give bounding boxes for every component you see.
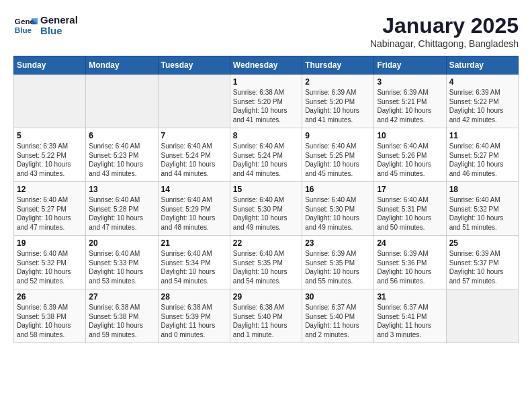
calendar-cell: 14Sunrise: 6:40 AM Sunset: 5:29 PM Dayli… — [158, 182, 230, 236]
calendar-week-2: 5Sunrise: 6:39 AM Sunset: 5:22 PM Daylig… — [14, 128, 519, 182]
calendar-cell: 11Sunrise: 6:40 AM Sunset: 5:27 PM Dayli… — [446, 128, 518, 182]
calendar-cell: 16Sunrise: 6:40 AM Sunset: 5:30 PM Dayli… — [302, 182, 374, 236]
calendar-cell: 25Sunrise: 6:39 AM Sunset: 5:37 PM Dayli… — [446, 236, 518, 289]
calendar-cell — [158, 75, 230, 128]
calendar-cell: 21Sunrise: 6:40 AM Sunset: 5:34 PM Dayli… — [158, 236, 230, 289]
calendar-cell: 30Sunrise: 6:37 AM Sunset: 5:40 PM Dayli… — [302, 289, 374, 343]
day-number: 12 — [17, 185, 83, 194]
weekday-header-thursday: Thursday — [302, 56, 374, 75]
calendar-cell — [86, 75, 158, 128]
day-info: Sunrise: 6:39 AM Sunset: 5:37 PM Dayligh… — [449, 249, 515, 285]
calendar-cell — [14, 75, 86, 128]
day-number: 24 — [377, 238, 443, 248]
calendar-cell: 23Sunrise: 6:39 AM Sunset: 5:35 PM Dayli… — [302, 236, 374, 289]
day-number: 7 — [161, 131, 227, 140]
calendar-cell: 18Sunrise: 6:40 AM Sunset: 5:32 PM Dayli… — [446, 182, 518, 236]
day-number: 16 — [305, 185, 371, 194]
calendar-cell: 7Sunrise: 6:40 AM Sunset: 5:24 PM Daylig… — [158, 128, 230, 182]
day-number: 8 — [233, 131, 299, 140]
day-number: 5 — [17, 131, 83, 140]
page-header: General Blue General Blue January 2025 N… — [13, 13, 519, 49]
calendar-cell: 2Sunrise: 6:39 AM Sunset: 5:20 PM Daylig… — [302, 75, 374, 128]
calendar-cell: 26Sunrise: 6:39 AM Sunset: 5:38 PM Dayli… — [14, 289, 86, 343]
calendar-cell: 15Sunrise: 6:40 AM Sunset: 5:30 PM Dayli… — [230, 182, 302, 236]
logo: General Blue General Blue — [13, 13, 78, 38]
calendar-cell: 19Sunrise: 6:40 AM Sunset: 5:32 PM Dayli… — [14, 236, 86, 289]
calendar-cell: 27Sunrise: 6:38 AM Sunset: 5:38 PM Dayli… — [86, 289, 158, 343]
day-info: Sunrise: 6:37 AM Sunset: 5:40 PM Dayligh… — [305, 303, 371, 339]
day-number: 29 — [233, 292, 299, 302]
day-number: 19 — [17, 238, 83, 248]
day-info: Sunrise: 6:40 AM Sunset: 5:27 PM Dayligh… — [449, 142, 515, 178]
day-number: 30 — [305, 292, 371, 302]
calendar-subtitle: Nabinagar, Chittagong, Bangladesh — [370, 38, 519, 49]
day-number: 23 — [305, 238, 371, 248]
logo-line2: Blue — [40, 26, 78, 37]
day-info: Sunrise: 6:40 AM Sunset: 5:25 PM Dayligh… — [305, 142, 371, 178]
day-info: Sunrise: 6:39 AM Sunset: 5:38 PM Dayligh… — [17, 303, 83, 339]
day-info: Sunrise: 6:39 AM Sunset: 5:22 PM Dayligh… — [17, 142, 83, 178]
day-number: 2 — [305, 77, 371, 87]
calendar-week-5: 26Sunrise: 6:39 AM Sunset: 5:38 PM Dayli… — [14, 289, 519, 343]
title-block: January 2025 Nabinagar, Chittagong, Bang… — [370, 13, 519, 49]
day-number: 11 — [449, 131, 515, 140]
calendar-cell: 28Sunrise: 6:38 AM Sunset: 5:39 PM Dayli… — [158, 289, 230, 343]
calendar-cell: 6Sunrise: 6:40 AM Sunset: 5:23 PM Daylig… — [86, 128, 158, 182]
day-info: Sunrise: 6:40 AM Sunset: 5:24 PM Dayligh… — [161, 142, 227, 178]
weekday-header-wednesday: Wednesday — [230, 56, 302, 75]
calendar-cell: 10Sunrise: 6:40 AM Sunset: 5:26 PM Dayli… — [374, 128, 446, 182]
day-info: Sunrise: 6:39 AM Sunset: 5:22 PM Dayligh… — [449, 88, 515, 124]
day-info: Sunrise: 6:40 AM Sunset: 5:26 PM Dayligh… — [377, 142, 443, 178]
calendar-title: January 2025 — [370, 13, 519, 38]
day-number: 22 — [233, 238, 299, 248]
calendar-cell: 1Sunrise: 6:38 AM Sunset: 5:20 PM Daylig… — [230, 75, 302, 128]
day-number: 20 — [89, 238, 154, 248]
day-number: 14 — [161, 185, 227, 194]
weekday-header-friday: Friday — [374, 56, 446, 75]
calendar-cell: 13Sunrise: 6:40 AM Sunset: 5:28 PM Dayli… — [86, 182, 158, 236]
logo-line1: General — [40, 15, 78, 26]
day-number: 27 — [89, 292, 154, 302]
calendar-cell: 29Sunrise: 6:38 AM Sunset: 5:40 PM Dayli… — [230, 289, 302, 343]
day-number: 26 — [17, 292, 83, 302]
day-number: 10 — [377, 131, 443, 140]
calendar-week-3: 12Sunrise: 6:40 AM Sunset: 5:27 PM Dayli… — [14, 182, 519, 236]
day-number: 9 — [305, 131, 371, 140]
day-number: 15 — [233, 185, 299, 194]
calendar-cell: 17Sunrise: 6:40 AM Sunset: 5:31 PM Dayli… — [374, 182, 446, 236]
calendar-week-1: 1Sunrise: 6:38 AM Sunset: 5:20 PM Daylig… — [14, 75, 519, 128]
weekday-header-tuesday: Tuesday — [158, 56, 230, 75]
day-info: Sunrise: 6:40 AM Sunset: 5:34 PM Dayligh… — [161, 249, 227, 285]
day-info: Sunrise: 6:40 AM Sunset: 5:30 PM Dayligh… — [233, 195, 299, 232]
weekday-header-sunday: Sunday — [14, 56, 86, 75]
weekday-header-monday: Monday — [86, 56, 158, 75]
day-info: Sunrise: 6:38 AM Sunset: 5:20 PM Dayligh… — [233, 88, 299, 124]
calendar-cell — [446, 289, 518, 343]
day-number: 6 — [89, 131, 154, 140]
calendar-cell: 22Sunrise: 6:40 AM Sunset: 5:35 PM Dayli… — [230, 236, 302, 289]
day-info: Sunrise: 6:39 AM Sunset: 5:21 PM Dayligh… — [377, 88, 443, 124]
day-number: 13 — [89, 185, 154, 194]
day-number: 18 — [449, 185, 515, 194]
day-number: 31 — [377, 292, 443, 302]
day-number: 1 — [233, 77, 299, 87]
day-info: Sunrise: 6:40 AM Sunset: 5:29 PM Dayligh… — [161, 195, 227, 232]
day-info: Sunrise: 6:40 AM Sunset: 5:32 PM Dayligh… — [449, 195, 515, 232]
day-info: Sunrise: 6:40 AM Sunset: 5:33 PM Dayligh… — [89, 249, 154, 285]
day-number: 25 — [449, 238, 515, 248]
logo-icon: General Blue — [13, 13, 38, 38]
calendar-cell: 5Sunrise: 6:39 AM Sunset: 5:22 PM Daylig… — [14, 128, 86, 182]
day-info: Sunrise: 6:40 AM Sunset: 5:24 PM Dayligh… — [233, 142, 299, 178]
calendar-body: 1Sunrise: 6:38 AM Sunset: 5:20 PM Daylig… — [14, 75, 519, 343]
calendar-table: SundayMondayTuesdayWednesdayThursdayFrid… — [13, 56, 519, 343]
day-info: Sunrise: 6:40 AM Sunset: 5:31 PM Dayligh… — [377, 195, 443, 232]
day-info: Sunrise: 6:40 AM Sunset: 5:23 PM Dayligh… — [89, 142, 154, 178]
calendar-week-4: 19Sunrise: 6:40 AM Sunset: 5:32 PM Dayli… — [14, 236, 519, 289]
day-number: 17 — [377, 185, 443, 194]
day-number: 21 — [161, 238, 227, 248]
day-info: Sunrise: 6:38 AM Sunset: 5:38 PM Dayligh… — [89, 303, 154, 339]
day-info: Sunrise: 6:37 AM Sunset: 5:41 PM Dayligh… — [377, 303, 443, 339]
calendar-cell: 20Sunrise: 6:40 AM Sunset: 5:33 PM Dayli… — [86, 236, 158, 289]
day-info: Sunrise: 6:40 AM Sunset: 5:28 PM Dayligh… — [89, 195, 154, 232]
day-number: 28 — [161, 292, 227, 302]
